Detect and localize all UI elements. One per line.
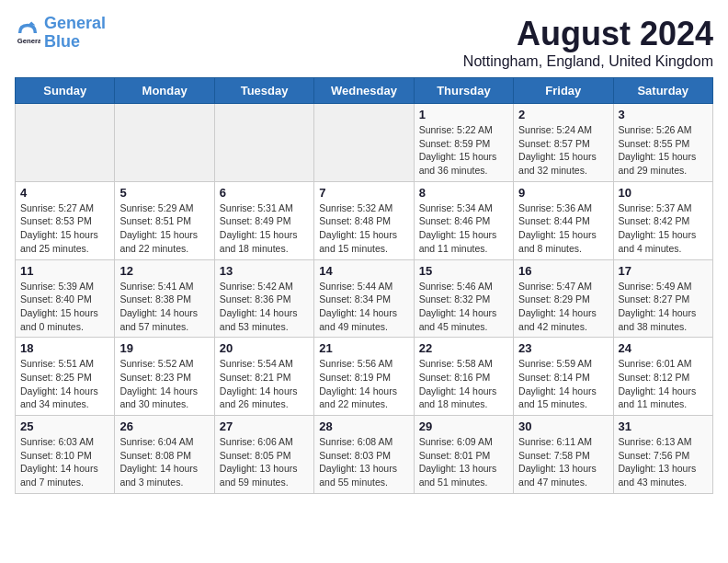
day-info: Sunrise: 5:59 AMSunset: 8:14 PMDaylight:…: [518, 357, 608, 411]
calendar-cell: 2Sunrise: 5:24 AMSunset: 8:57 PMDaylight…: [514, 104, 613, 182]
day-info: Sunrise: 5:31 AMSunset: 8:49 PMDaylight:…: [220, 201, 309, 256]
day-number: 13: [220, 264, 309, 278]
day-info: Sunrise: 5:26 AMSunset: 8:55 PMDaylight:…: [619, 123, 708, 178]
calendar-cell: 3Sunrise: 5:26 AMSunset: 8:55 PMDaylight…: [613, 104, 712, 182]
day-number: 4: [20, 186, 109, 200]
day-info: Sunrise: 5:39 AMSunset: 8:40 PMDaylight:…: [20, 280, 109, 334]
calendar-cell: 26Sunrise: 6:04 AMSunset: 8:08 PMDayligh…: [115, 416, 214, 494]
calendar-cell: 29Sunrise: 6:09 AMSunset: 8:01 PMDayligh…: [414, 416, 513, 494]
calendar-cell: [214, 104, 313, 182]
calendar-cell: 21Sunrise: 5:56 AMSunset: 8:19 PMDayligh…: [314, 338, 414, 416]
day-number: 21: [319, 341, 408, 355]
day-info: Sunrise: 5:36 AMSunset: 8:44 PMDaylight:…: [518, 201, 608, 256]
day-number: 24: [619, 341, 708, 355]
header: General General Blue August 2024 Notting…: [15, 15, 713, 70]
calendar-cell: [314, 104, 414, 182]
day-number: 7: [319, 186, 408, 200]
day-info: Sunrise: 6:03 AMSunset: 8:10 PMDaylight:…: [20, 435, 109, 489]
day-number: 12: [119, 264, 209, 278]
logo: General General Blue: [15, 15, 106, 52]
calendar-cell: 6Sunrise: 5:31 AMSunset: 8:49 PMDaylight…: [214, 181, 313, 259]
day-number: 25: [20, 419, 109, 433]
title-area: August 2024 Nottingham, England, United …: [463, 15, 713, 70]
day-number: 31: [619, 419, 708, 433]
day-info: Sunrise: 5:51 AMSunset: 8:25 PMDaylight:…: [20, 357, 109, 411]
calendar-cell: 4Sunrise: 5:27 AMSunset: 8:53 PMDaylight…: [16, 181, 115, 259]
weekday-header-row: SundayMondayTuesdayWednesdayThursdayFrid…: [16, 78, 713, 104]
day-number: 17: [619, 264, 708, 278]
calendar-cell: 30Sunrise: 6:11 AMSunset: 7:58 PMDayligh…: [514, 416, 613, 494]
day-info: Sunrise: 5:29 AMSunset: 8:51 PMDaylight:…: [119, 201, 209, 256]
day-number: 28: [319, 419, 408, 433]
calendar-cell: 20Sunrise: 5:54 AMSunset: 8:21 PMDayligh…: [214, 338, 313, 416]
logo-text: General Blue: [44, 15, 106, 52]
day-info: Sunrise: 6:04 AMSunset: 8:08 PMDaylight:…: [119, 435, 209, 489]
calendar: SundayMondayTuesdayWednesdayThursdayFrid…: [15, 77, 713, 494]
day-number: 5: [119, 186, 209, 200]
calendar-cell: 11Sunrise: 5:39 AMSunset: 8:40 PMDayligh…: [16, 259, 115, 338]
day-number: 29: [419, 419, 508, 433]
day-info: Sunrise: 5:46 AMSunset: 8:32 PMDaylight:…: [419, 280, 508, 334]
weekday-header-wednesday: Wednesday: [314, 78, 414, 104]
day-info: Sunrise: 5:24 AMSunset: 8:57 PMDaylight:…: [518, 123, 608, 178]
month-year: August 2024: [463, 15, 713, 53]
day-number: 6: [220, 186, 309, 200]
day-number: 9: [518, 186, 608, 200]
calendar-cell: 9Sunrise: 5:36 AMSunset: 8:44 PMDaylight…: [514, 181, 613, 259]
calendar-cell: 7Sunrise: 5:32 AMSunset: 8:48 PMDaylight…: [314, 181, 414, 259]
logo-line1: General: [44, 14, 106, 32]
day-number: 16: [518, 264, 608, 278]
calendar-cell: 12Sunrise: 5:41 AMSunset: 8:38 PMDayligh…: [115, 259, 214, 338]
day-info: Sunrise: 6:01 AMSunset: 8:12 PMDaylight:…: [619, 357, 708, 411]
day-number: 26: [119, 419, 209, 433]
logo-icon: General: [15, 20, 40, 46]
day-number: 11: [20, 264, 109, 278]
calendar-cell: 14Sunrise: 5:44 AMSunset: 8:34 PMDayligh…: [314, 259, 414, 338]
svg-text:General: General: [17, 37, 40, 45]
weekday-header-saturday: Saturday: [613, 78, 712, 104]
calendar-week-1: 1Sunrise: 5:22 AMSunset: 8:59 PMDaylight…: [16, 104, 713, 182]
weekday-header-monday: Monday: [115, 78, 214, 104]
day-info: Sunrise: 6:13 AMSunset: 7:56 PMDaylight:…: [619, 435, 708, 489]
calendar-week-3: 11Sunrise: 5:39 AMSunset: 8:40 PMDayligh…: [16, 259, 713, 338]
day-info: Sunrise: 5:42 AMSunset: 8:36 PMDaylight:…: [220, 280, 309, 334]
calendar-cell: 31Sunrise: 6:13 AMSunset: 7:56 PMDayligh…: [613, 416, 712, 494]
calendar-cell: 18Sunrise: 5:51 AMSunset: 8:25 PMDayligh…: [16, 338, 115, 416]
weekday-header-sunday: Sunday: [16, 78, 115, 104]
calendar-cell: 25Sunrise: 6:03 AMSunset: 8:10 PMDayligh…: [16, 416, 115, 494]
calendar-cell: 23Sunrise: 5:59 AMSunset: 8:14 PMDayligh…: [514, 338, 613, 416]
day-info: Sunrise: 6:08 AMSunset: 8:03 PMDaylight:…: [319, 435, 408, 489]
day-info: Sunrise: 5:34 AMSunset: 8:46 PMDaylight:…: [419, 201, 508, 256]
day-number: 22: [419, 341, 508, 355]
day-info: Sunrise: 5:37 AMSunset: 8:42 PMDaylight:…: [619, 201, 708, 256]
day-info: Sunrise: 5:54 AMSunset: 8:21 PMDaylight:…: [220, 357, 309, 411]
day-number: 10: [619, 186, 708, 200]
calendar-cell: 10Sunrise: 5:37 AMSunset: 8:42 PMDayligh…: [613, 181, 712, 259]
day-info: Sunrise: 5:27 AMSunset: 8:53 PMDaylight:…: [20, 201, 109, 256]
day-number: 19: [119, 341, 209, 355]
calendar-cell: 1Sunrise: 5:22 AMSunset: 8:59 PMDaylight…: [414, 104, 513, 182]
day-info: Sunrise: 6:06 AMSunset: 8:05 PMDaylight:…: [220, 435, 309, 489]
calendar-cell: 27Sunrise: 6:06 AMSunset: 8:05 PMDayligh…: [214, 416, 313, 494]
day-info: Sunrise: 5:44 AMSunset: 8:34 PMDaylight:…: [319, 280, 408, 334]
day-number: 14: [319, 264, 408, 278]
calendar-cell: 22Sunrise: 5:58 AMSunset: 8:16 PMDayligh…: [414, 338, 513, 416]
weekday-header-thursday: Thursday: [414, 78, 513, 104]
day-info: Sunrise: 5:52 AMSunset: 8:23 PMDaylight:…: [119, 357, 209, 411]
calendar-week-2: 4Sunrise: 5:27 AMSunset: 8:53 PMDaylight…: [16, 181, 713, 259]
weekday-header-tuesday: Tuesday: [214, 78, 313, 104]
day-number: 3: [619, 108, 708, 121]
day-number: 18: [20, 341, 109, 355]
day-info: Sunrise: 5:49 AMSunset: 8:27 PMDaylight:…: [619, 280, 708, 334]
day-number: 30: [518, 419, 608, 433]
day-number: 1: [419, 108, 508, 121]
calendar-cell: 28Sunrise: 6:08 AMSunset: 8:03 PMDayligh…: [314, 416, 414, 494]
day-number: 23: [518, 341, 608, 355]
day-info: Sunrise: 5:41 AMSunset: 8:38 PMDaylight:…: [119, 280, 209, 334]
day-number: 20: [220, 341, 309, 355]
day-number: 2: [518, 108, 608, 121]
location: Nottingham, England, United Kingdom: [463, 53, 713, 70]
calendar-cell: 8Sunrise: 5:34 AMSunset: 8:46 PMDaylight…: [414, 181, 513, 259]
day-info: Sunrise: 5:32 AMSunset: 8:48 PMDaylight:…: [319, 201, 408, 256]
day-number: 27: [220, 419, 309, 433]
